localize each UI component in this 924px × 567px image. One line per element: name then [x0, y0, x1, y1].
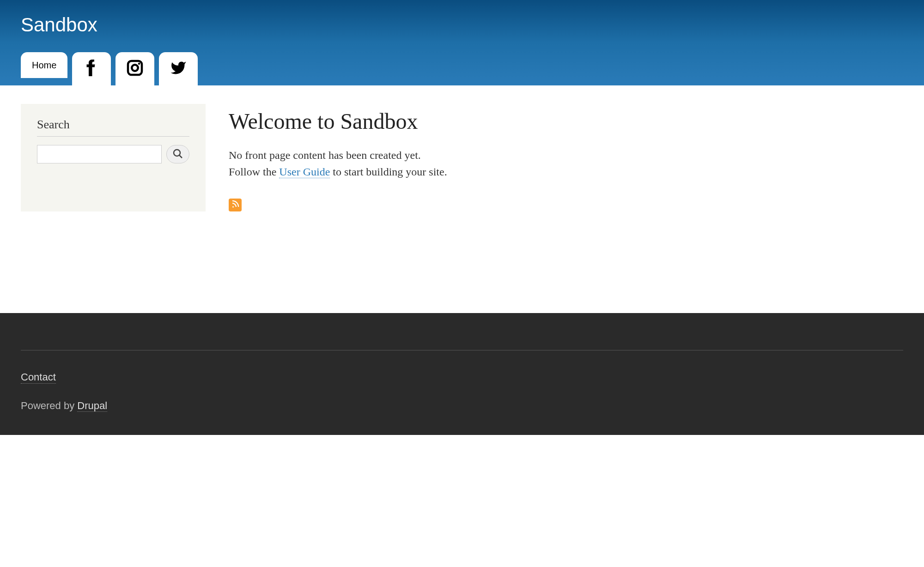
nav-home[interactable]: Home	[21, 52, 67, 78]
header-inner: Sandbox	[0, 0, 924, 36]
search-icon	[172, 148, 183, 161]
user-guide-link[interactable]: User Guide	[279, 166, 330, 178]
follow-guide-message: Follow the User Guide to start building …	[229, 163, 903, 180]
instagram-icon	[127, 60, 143, 78]
footer: Contact Powered by Drupal	[0, 313, 924, 435]
svg-point-3	[174, 150, 180, 156]
drupal-link[interactable]: Drupal	[77, 400, 107, 412]
content-text: No front page content has been created y…	[229, 147, 903, 180]
header: Sandbox Home	[0, 0, 924, 85]
no-content-message: No front page content has been created y…	[229, 147, 903, 163]
twitter-icon	[170, 60, 187, 78]
footer-divider	[21, 350, 903, 350]
content-wrapper: Search Welcome to Sandbox No front page …	[0, 85, 924, 230]
svg-point-2	[138, 62, 140, 65]
powered-by-text: Powered by	[21, 400, 77, 411]
facebook-icon	[83, 60, 100, 78]
follow-text-after: to start building your site.	[330, 166, 447, 178]
sidebar: Search	[21, 104, 206, 211]
footer-contact-link[interactable]: Contact	[21, 371, 56, 384]
nav-twitter[interactable]	[159, 52, 198, 85]
search-input[interactable]	[37, 145, 162, 163]
search-row	[37, 145, 189, 163]
follow-text-before: Follow the	[229, 166, 279, 178]
site-title[interactable]: Sandbox	[21, 14, 903, 36]
nav-facebook[interactable]	[72, 52, 111, 85]
rss-link[interactable]	[229, 199, 242, 211]
nav-tabs: Home	[0, 52, 924, 85]
svg-point-1	[132, 65, 139, 71]
footer-powered: Powered by Drupal	[21, 400, 903, 412]
page-title: Welcome to Sandbox	[229, 109, 903, 134]
svg-line-4	[179, 155, 182, 158]
rss-icon	[231, 200, 239, 210]
search-button[interactable]	[166, 145, 189, 163]
nav-instagram[interactable]	[116, 52, 154, 85]
search-label: Search	[37, 118, 189, 137]
main-content: Welcome to Sandbox No front page content…	[229, 104, 903, 211]
